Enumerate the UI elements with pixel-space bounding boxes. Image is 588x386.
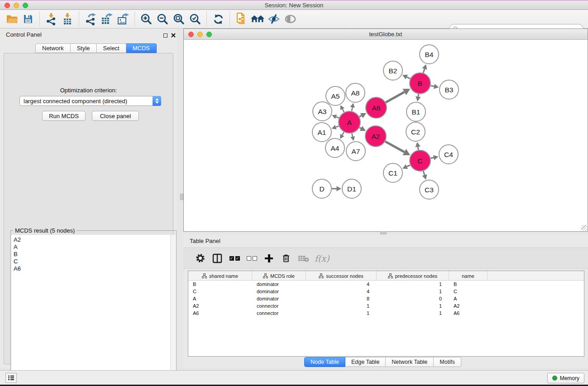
column-header-name[interactable]: name xyxy=(449,271,488,281)
delete-column-button[interactable] xyxy=(277,250,295,267)
show-all-button[interactable] xyxy=(282,11,298,27)
import-table-button[interactable] xyxy=(59,11,76,27)
table-row[interactable]: Bdominator41B xyxy=(188,281,584,288)
table-cell[interactable]: 0 xyxy=(377,295,449,302)
result-item[interactable]: B xyxy=(14,251,170,258)
table-cell[interactable]: C xyxy=(188,288,252,295)
table-cell[interactable]: 1 xyxy=(306,310,377,317)
table-cell[interactable]: B xyxy=(449,281,488,288)
table-row[interactable]: A6connector11A6 xyxy=(188,310,584,317)
table-cell[interactable]: 1 xyxy=(306,302,377,310)
tab-edge-table[interactable]: Edge Table xyxy=(345,357,386,367)
network-graph[interactable]: B4B2BB3A8A5A6A3B1AA1C2A2A4A7C4CC1C3DD1 xyxy=(184,40,588,231)
edge-C-C3[interactable] xyxy=(423,171,425,175)
export-image-button[interactable] xyxy=(115,11,131,27)
tab-select[interactable]: Select xyxy=(97,43,126,53)
edge-A-A6[interactable] xyxy=(359,115,362,117)
task-history-button[interactable] xyxy=(5,373,17,383)
save-session-button[interactable] xyxy=(20,11,36,27)
edge-B-B4[interactable] xyxy=(423,69,425,73)
edge-A-A5[interactable] xyxy=(342,109,344,112)
column-header-predecessor-nodes[interactable]: predecessor nodes xyxy=(377,271,449,281)
table-cell[interactable]: dominator xyxy=(252,281,306,288)
refresh-layout-button[interactable] xyxy=(210,11,226,27)
zoom-out-button[interactable] xyxy=(154,11,171,27)
tab-motifs[interactable]: Motifs xyxy=(434,357,461,367)
table-cell[interactable]: dominator xyxy=(252,288,306,295)
memory-button[interactable]: Memory xyxy=(547,373,584,383)
tab-style[interactable]: Style xyxy=(71,43,97,53)
column-header-MCDS-role[interactable]: MCDS role xyxy=(252,271,306,281)
table-cell[interactable]: C xyxy=(449,288,488,295)
table-cell[interactable]: connector xyxy=(252,302,306,310)
edge-B-B2[interactable] xyxy=(407,77,411,79)
create-column-button[interactable] xyxy=(260,250,277,267)
table-cell[interactable]: 1 xyxy=(377,302,449,310)
tab-mcds[interactable]: MCDS xyxy=(126,43,157,53)
table-cell[interactable]: 4 xyxy=(306,281,377,288)
result-item[interactable]: A6 xyxy=(14,265,170,272)
network-canvas[interactable]: B4B2BB3A8A5A6A3B1AA1C2A2A4A7C4CC1C3DD1 xyxy=(184,40,588,231)
edge-C-C1[interactable] xyxy=(407,165,410,167)
table-cell[interactable]: A2 xyxy=(188,302,252,310)
edge-B-B1[interactable] xyxy=(418,94,419,97)
table-cell[interactable]: B xyxy=(188,281,252,288)
horizontal-divider-handle[interactable] xyxy=(380,231,387,234)
open-browser-button[interactable] xyxy=(249,11,266,27)
criterion-select[interactable]: largest connected component (directed) xyxy=(19,96,161,106)
import-network-button[interactable] xyxy=(43,11,59,27)
select-all-button[interactable]: ✓ ✓ xyxy=(226,250,243,267)
export-table-button[interactable] xyxy=(99,11,115,27)
result-item[interactable]: A xyxy=(14,243,170,251)
edge-A-A3[interactable] xyxy=(336,117,339,118)
table-cell[interactable]: dominator xyxy=(252,295,306,302)
result-item[interactable]: C xyxy=(14,258,170,265)
table-cell[interactable]: A6 xyxy=(449,310,488,317)
edge-C-C2[interactable] xyxy=(418,147,418,150)
zoom-in-button[interactable] xyxy=(138,11,154,27)
edge-A-A8[interactable] xyxy=(352,107,353,111)
edge-A-A7[interactable] xyxy=(352,133,353,137)
table-row[interactable]: A2connector11A2 xyxy=(188,302,584,310)
zoom-fit-button[interactable] xyxy=(171,11,187,27)
mcds-result-list[interactable]: A2ABCA6 xyxy=(11,235,176,386)
tab-node-table[interactable]: Node Table xyxy=(304,357,345,367)
column-header-shared-name[interactable]: shared name xyxy=(188,271,252,281)
table-settings-button[interactable] xyxy=(191,250,209,267)
export-network-button[interactable] xyxy=(82,11,99,27)
close-panel-button[interactable] xyxy=(171,33,176,38)
new-network-from-selection-button[interactable] xyxy=(233,11,249,27)
network-window-titlebar[interactable]: testGlobe.txt xyxy=(184,29,588,40)
table-cell[interactable]: A2 xyxy=(449,302,488,310)
table-row[interactable]: Cdominator41C xyxy=(188,288,584,295)
deselect-all-button[interactable] xyxy=(243,250,260,267)
tab-network-table[interactable]: Network Table xyxy=(386,357,434,367)
open-file-button[interactable] xyxy=(4,11,20,27)
hide-selected-button[interactable] xyxy=(266,11,282,27)
edge-A-A2[interactable] xyxy=(359,128,361,129)
table-cell[interactable]: 4 xyxy=(306,288,377,295)
table-cell[interactable]: A6 xyxy=(188,310,252,317)
table-cell[interactable]: 1 xyxy=(377,281,449,288)
run-mcds-button[interactable]: Run MCDS xyxy=(42,111,86,121)
close-panel-button-mcds[interactable]: Close panel xyxy=(92,111,139,121)
table-cell[interactable]: A xyxy=(188,295,252,302)
edge-A-A4[interactable] xyxy=(342,132,344,135)
vertical-divider-handle[interactable] xyxy=(180,194,183,200)
edge-A6-B[interactable] xyxy=(386,92,405,102)
result-scrollbar[interactable] xyxy=(170,235,176,386)
tab-network[interactable]: Network xyxy=(35,43,71,53)
float-panel-button[interactable] xyxy=(163,33,168,38)
zoom-selected-button[interactable] xyxy=(187,11,203,27)
result-item[interactable]: A2 xyxy=(14,236,170,243)
table-cell[interactable]: connector xyxy=(252,310,306,317)
edge-A-A1[interactable] xyxy=(336,126,339,127)
edge-B-B3[interactable] xyxy=(430,86,434,86)
edge-C-C4[interactable] xyxy=(430,157,434,158)
show-columns-button[interactable] xyxy=(209,250,226,267)
table-cell[interactable]: 1 xyxy=(377,288,449,295)
table-row[interactable]: Adominator80A xyxy=(188,295,584,302)
column-header-successor-nodes[interactable]: successor nodes xyxy=(306,271,377,281)
table-cell[interactable]: 8 xyxy=(306,295,377,302)
table-cell[interactable]: A xyxy=(449,295,488,302)
